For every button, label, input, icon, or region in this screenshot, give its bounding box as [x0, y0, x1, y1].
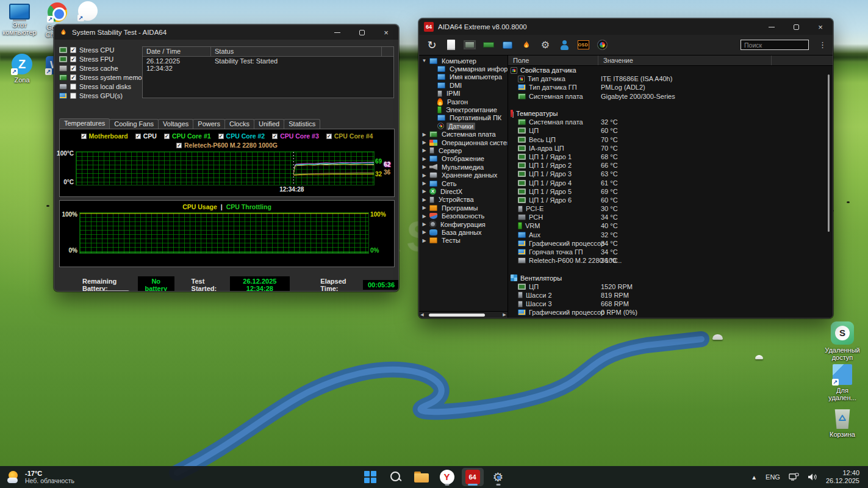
checkbox[interactable]: ✓	[272, 134, 278, 139]
clock[interactable]: 12:40 26.12.2025	[826, 469, 859, 485]
chevron-right-icon[interactable]: ▶	[421, 197, 427, 203]
tab-cooling-fans[interactable]: Cooling Fans	[109, 119, 159, 129]
aida-titlebar[interactable]: 64 AIDA64 Extreme v8.00.8000 ×	[419, 19, 833, 35]
tree-item-безопасность[interactable]: ▶Безопасность	[419, 212, 508, 220]
tree-item-сервер[interactable]: ▶Сервер	[419, 146, 508, 154]
tree-item-хранение-данных[interactable]: ▶Хранение данных	[419, 171, 508, 179]
network-icon[interactable]	[789, 473, 799, 481]
gauge-icon[interactable]	[595, 38, 609, 52]
taskbar-search-button[interactable]	[385, 468, 407, 486]
report-icon[interactable]	[444, 38, 457, 52]
desktop-icon-cube[interactable]: ↗Для удален...	[823, 364, 862, 401]
sensor-row[interactable]: PCH34 °C	[508, 213, 825, 221]
tray-expand-icon[interactable]: ▲	[751, 474, 757, 481]
close-button[interactable]: Close	[360, 291, 393, 292]
chevron-right-icon[interactable]: ▶	[421, 156, 427, 162]
tree-item-портативный-пк[interactable]: Портативный ПК	[419, 114, 508, 122]
scrollbar-thumb[interactable]	[429, 314, 485, 317]
chevron-right-icon[interactable]: ▶	[421, 229, 427, 235]
tree-item-устройства[interactable]: ▶Устройства	[419, 196, 508, 204]
tree-item-ipmi[interactable]: IPMI	[419, 90, 508, 98]
sensor-row[interactable]: IA-ядра ЦП70 °C	[508, 144, 825, 152]
clear-button[interactable]: Clear	[134, 291, 167, 292]
legend-cpu-core-1[interactable]: ✓CPU Core #1	[164, 132, 211, 140]
sensor-row[interactable]: Тип датчикаITE IT8686E (ISA A40h)	[508, 74, 825, 83]
search-input[interactable]	[741, 40, 809, 50]
tab-temperatures[interactable]: Temperatures	[59, 118, 110, 129]
close-button[interactable]: ×	[808, 19, 833, 35]
sensor-row[interactable]: Тип датчика ГПPMLog (ADL2)	[508, 83, 825, 92]
tree-item-датчики[interactable]: Датчики	[419, 122, 508, 130]
legend-reletech-p600-m-2-2280-1000g[interactable]: ✓Reletech-P600 M.2 2280 1000G	[176, 142, 278, 149]
volume-icon[interactable]	[808, 473, 817, 481]
tree-item-разгон[interactable]: Разгон	[419, 98, 508, 106]
sensor-row[interactable]: Reletech-P600 M.2 2280 100...36 °C	[508, 256, 825, 265]
tree-item-база-данных[interactable]: ▶База данных	[419, 228, 508, 236]
log-row[interactable]: 26.12.2025 12:34:32Stability Test: Start…	[143, 57, 393, 66]
sensor-row[interactable]: ЦП 1 / Ядро 660 °C	[508, 196, 825, 204]
tab-powers[interactable]: Powers	[193, 119, 225, 129]
tab-statistics[interactable]: Statistics	[284, 119, 320, 129]
stress-option[interactable]: ✓Stress cache	[59, 63, 142, 73]
checkbox[interactable]: ✓	[218, 134, 224, 139]
sensor-row[interactable]: PCI-E30 °C	[508, 204, 825, 213]
tree-item-directx[interactable]: ▶DirectX	[419, 187, 508, 195]
sensor-row[interactable]: Графический процессор0 RPM (0%)	[508, 308, 825, 317]
yandex-browser-button[interactable]: Y	[436, 468, 458, 486]
stability-test-icon[interactable]	[520, 38, 533, 52]
chevron-right-icon[interactable]: ▶	[421, 181, 427, 186]
desktop-icon-bin[interactable]: Корзина	[823, 409, 862, 438]
tree-item-мультимедиа[interactable]: ▶Мультимедиа	[419, 163, 508, 171]
chevron-right-icon[interactable]: ▶	[421, 164, 427, 170]
stress-option[interactable]: ✓Stress CPU	[59, 45, 142, 54]
tree-horizontal-scrollbar[interactable]: ◀ ▶	[419, 311, 508, 318]
sensor-row[interactable]: Весь ЦП70 °C	[508, 135, 825, 144]
sensor-row[interactable]: Шасси 3668 RPM	[508, 300, 825, 308]
more-options-icon[interactable]: ⋮	[819, 40, 827, 49]
maximize-button[interactable]	[350, 25, 374, 40]
sensor-row[interactable]: Горячая точка ГП34 °C	[508, 248, 825, 256]
checkbox[interactable]: ✓	[70, 56, 76, 62]
checkbox[interactable]: ✓	[176, 143, 182, 148]
stress-option[interactable]: ✓Stress FPU	[59, 54, 142, 63]
tab-unified[interactable]: Unified	[254, 119, 284, 129]
stop-button[interactable]: Stop	[96, 291, 129, 292]
tree-item-компьютер[interactable]: ▼Компьютер	[419, 57, 508, 65]
sensor-row[interactable]: ЦП1520 RPM	[508, 282, 825, 291]
desktop-icon-monitor[interactable]: Этот компьютер	[0, 4, 39, 36]
sensor-row[interactable]: ЦП60 °C	[508, 126, 825, 135]
stability-titlebar[interactable]: System Stability Test - AIDA64 ×	[54, 25, 398, 40]
checkbox[interactable]	[70, 93, 76, 99]
checkbox[interactable]: ✓	[70, 47, 76, 53]
checkbox[interactable]: ✓	[135, 134, 141, 139]
chevron-right-icon[interactable]: ▶	[421, 214, 427, 219]
chevron-right-icon[interactable]: ▶	[421, 221, 427, 227]
checkbox[interactable]: ✓	[81, 134, 87, 139]
sensor-row[interactable]: Системная платаGigabyte 200/300-Series	[508, 92, 825, 101]
stress-option[interactable]: Stress GPU(s)	[59, 91, 142, 100]
sensor-row[interactable]: ЦП 1 / Ядро 168 °C	[508, 152, 825, 161]
legend-cpu-core-2[interactable]: ✓CPU Core #2	[218, 132, 265, 140]
sensor-row[interactable]: ЦП 1 / Ядро 569 °C	[508, 187, 825, 196]
settings-button[interactable]: ⚙	[487, 468, 509, 486]
legend-motherboard[interactable]: ✓Motherboard	[81, 132, 128, 140]
checkbox[interactable]	[70, 84, 76, 90]
aida64-button[interactable]: 64	[462, 468, 484, 486]
sensor-row[interactable]: ЦП 1 / Ядро 363 °C	[508, 170, 825, 178]
tree-item-тесты[interactable]: ▶Тесты	[419, 237, 508, 245]
sensor-row[interactable]: Aux32 °C	[508, 231, 825, 239]
sensor-row[interactable]: ЦП 1 / Ядро 461 °C	[508, 178, 825, 187]
chevron-right-icon[interactable]: ▶	[421, 140, 427, 145]
osd-icon[interactable]: OSD	[576, 38, 590, 52]
memory-icon[interactable]	[482, 38, 495, 52]
chevron-right-icon[interactable]: ▶	[421, 205, 427, 210]
chevron-right-icon[interactable]: ▶	[421, 148, 427, 153]
tree-item-системная-плата[interactable]: ▶Системная плата	[419, 131, 508, 138]
desktop-icon-remote[interactable]: Удаленный доступ	[823, 321, 862, 361]
cpu-icon[interactable]	[463, 38, 476, 52]
minimize-button[interactable]	[325, 25, 350, 40]
sensor-row[interactable]: Шасси 2819 RPM	[508, 291, 825, 300]
desktop-icon-yandex[interactable]: ↗	[68, 1, 107, 23]
stress-option[interactable]: ✓Stress system memory	[59, 73, 142, 82]
tab-voltages[interactable]: Voltages	[158, 119, 193, 129]
